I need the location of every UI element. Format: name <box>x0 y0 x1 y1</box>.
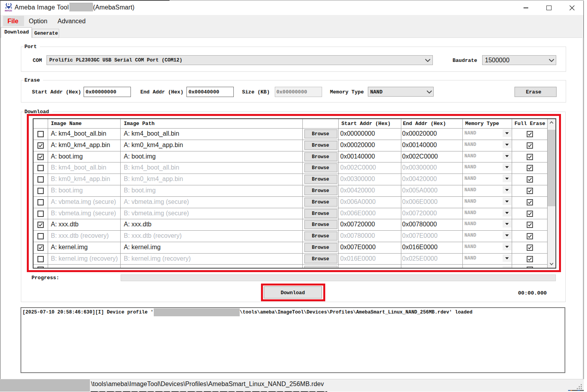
svg-text:IMAGE: IMAGE <box>5 9 12 12</box>
